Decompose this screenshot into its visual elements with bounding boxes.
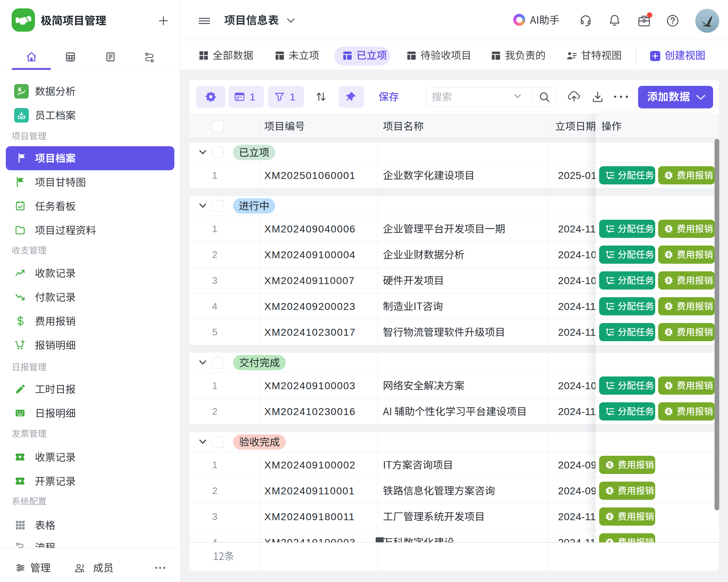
svg-text:$: $ <box>667 329 670 335</box>
svg-text:$: $ <box>608 462 612 468</box>
svg-text:$: $ <box>608 487 612 494</box>
svg-text:$: $ <box>667 277 670 283</box>
svg-text:$: $ <box>667 172 670 178</box>
svg-text:$: $ <box>667 382 670 388</box>
svg-text:$: $ <box>667 251 670 258</box>
svg-text:$: $ <box>608 513 612 519</box>
svg-text:$: $ <box>667 303 670 309</box>
svg-text:$: $ <box>667 226 670 232</box>
svg-text:$: $ <box>667 408 670 414</box>
